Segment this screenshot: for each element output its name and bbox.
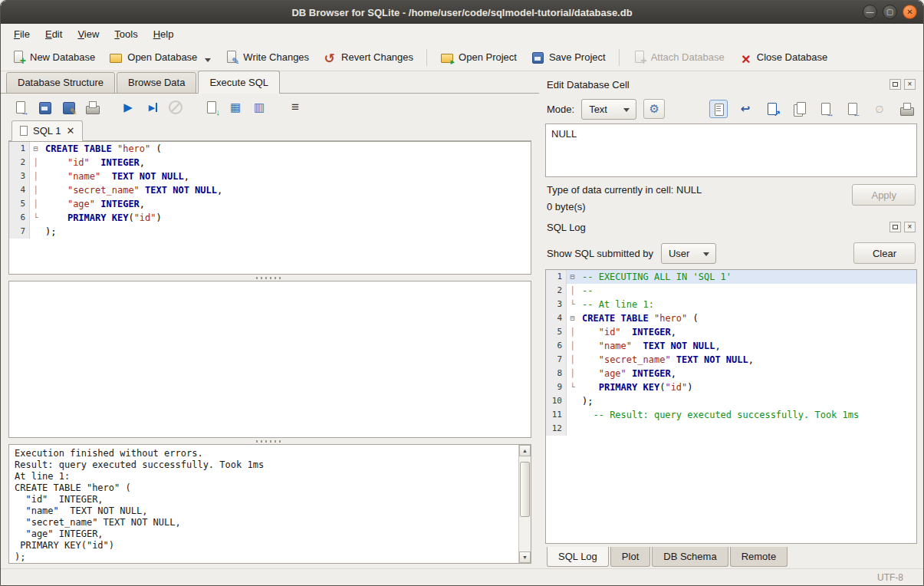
- menu-file[interactable]: File: [7, 25, 37, 43]
- close-database-button[interactable]: Close Database: [732, 47, 834, 67]
- line-number: 2: [546, 284, 567, 298]
- dock-tab-bar: SQL LogPlotDB SchemaRemote: [545, 547, 917, 568]
- print-icon[interactable]: [83, 98, 101, 117]
- dock-tab-remote[interactable]: Remote: [730, 547, 788, 567]
- float-panel-icon[interactable]: [889, 79, 901, 90]
- app-window: DB Browser for SQLite - /home/user/code/…: [0, 0, 924, 586]
- close-tab-icon[interactable]: ✕: [66, 126, 74, 136]
- window-title: DB Browser for SQLite - /home/user/code/…: [291, 7, 632, 18]
- save-sql-file-icon[interactable]: [35, 98, 54, 117]
- code-line: 9└ PRIMARY KEY("id"): [546, 380, 916, 394]
- export-data-icon[interactable]: [817, 100, 835, 118]
- revert-changes-label: Revert Changes: [341, 51, 413, 63]
- write-changes-button[interactable]: Write Changes: [219, 47, 315, 67]
- write-changes-label: Write Changes: [243, 51, 309, 63]
- close-database-label: Close Database: [757, 51, 828, 63]
- dock-tab-db-schema[interactable]: DB Schema: [652, 547, 728, 567]
- scroll-down-icon[interactable]: ▼: [519, 551, 531, 563]
- fold-marker-icon: ⊟: [567, 311, 578, 325]
- save-as-view-icon[interactable]: [226, 98, 245, 117]
- output-line: "age" INTEGER,: [15, 528, 513, 540]
- save-project-button[interactable]: Save Project: [524, 47, 612, 67]
- dropdown-caret-icon[interactable]: [205, 58, 211, 62]
- splitter-handle[interactable]: [8, 275, 531, 281]
- close-icon[interactable]: ✕: [903, 5, 917, 19]
- cell-editor[interactable]: NULL: [545, 123, 917, 177]
- code-line: 2│--: [546, 284, 916, 298]
- tab-browse-data[interactable]: Browse Data: [117, 72, 196, 94]
- menu-view[interactable]: View: [71, 25, 106, 43]
- code-line: 3│ "name" TEXT NOT NULL,: [9, 170, 531, 183]
- scrollbar-thumb[interactable]: [520, 462, 530, 517]
- save-sql-as-icon[interactable]: [59, 98, 77, 117]
- import-data-icon[interactable]: [843, 100, 862, 118]
- cell-type-info: Type of data currently in cell: NULL: [547, 184, 852, 196]
- output-line: CREATE TABLE "hero" (: [15, 482, 513, 494]
- code-line: 1⊟CREATE TABLE "hero" (: [9, 142, 531, 156]
- code-line: 11 -- Result: query executed successfull…: [546, 408, 916, 422]
- fold-marker-icon: ⊟: [567, 270, 578, 284]
- close-panel-icon[interactable]: ×: [904, 222, 916, 232]
- attach-database-button: Attach Database: [626, 47, 731, 67]
- output-line: "id" INTEGER,: [15, 494, 513, 505]
- tab-database-structure[interactable]: Database Structure: [6, 72, 115, 94]
- export-csv-icon[interactable]: [202, 98, 221, 117]
- code-line: 3└-- At line 1:: [546, 298, 916, 311]
- code-line: 5│ "id" INTEGER,: [546, 325, 916, 339]
- titlebar[interactable]: DB Browser for SQLite - /home/user/code/…: [1, 1, 923, 24]
- tab-execute-sql[interactable]: Execute SQL: [198, 71, 280, 94]
- execute-all-icon[interactable]: [119, 98, 137, 117]
- format-sql-icon[interactable]: [286, 98, 304, 117]
- apply-format-button[interactable]: [643, 99, 665, 119]
- revert-changes-button[interactable]: Revert Changes: [317, 47, 419, 67]
- open-database-button[interactable]: Open Database: [103, 47, 217, 67]
- open-sql-file-icon[interactable]: [12, 98, 30, 117]
- sql-editor[interactable]: 1⊟CREATE TABLE "hero" (2│ "id" INTEGER,3…: [8, 141, 531, 275]
- close-panel-icon[interactable]: ×: [904, 79, 916, 90]
- execute-line-icon[interactable]: [143, 98, 161, 117]
- attach-database-icon: [633, 51, 646, 64]
- sql-tab[interactable]: SQL 1 ✕: [12, 120, 83, 141]
- text-mode-icon[interactable]: [709, 100, 728, 118]
- menu-help[interactable]: Help: [146, 25, 181, 43]
- code-text: "name" TEXT NOT NULL,: [41, 170, 531, 183]
- print-icon[interactable]: [897, 100, 916, 118]
- open-project-button[interactable]: Open Project: [434, 47, 523, 67]
- status-bar: UTF-8: [1, 568, 923, 585]
- open-in-editor-icon[interactable]: [763, 100, 781, 118]
- output-line: "name" TEXT NOT NULL,: [15, 505, 513, 517]
- scrollbar-track[interactable]: [519, 456, 531, 551]
- browse-table-icon[interactable]: [250, 98, 268, 117]
- splitter-handle[interactable]: [8, 438, 531, 444]
- open-project-icon: [440, 51, 453, 64]
- dock-tab-plot[interactable]: Plot: [610, 547, 650, 567]
- menu-edit[interactable]: Edit: [38, 25, 69, 43]
- sql-editor-toolbar: [8, 96, 531, 119]
- submitter-select[interactable]: User: [661, 243, 716, 264]
- float-panel-icon[interactable]: [889, 222, 901, 232]
- output-line: Execution finished without errors.: [15, 448, 513, 459]
- minimize-icon[interactable]: —: [863, 5, 877, 19]
- results-grid[interactable]: [8, 281, 531, 438]
- fold-guide: └: [567, 298, 578, 311]
- line-number: 7: [9, 225, 30, 239]
- submitter-value: User: [669, 248, 689, 259]
- copy-icon[interactable]: [790, 100, 808, 118]
- menu-tools[interactable]: Tools: [107, 25, 144, 43]
- float-glyph: [893, 82, 898, 87]
- scroll-up-icon[interactable]: ▲: [519, 445, 531, 456]
- execution-output[interactable]: Execution finished without errors.Result…: [9, 445, 518, 563]
- fold-guide: │: [567, 325, 578, 339]
- dock-tab-sql-log[interactable]: SQL Log: [547, 547, 609, 567]
- maximize-icon[interactable]: ▢: [883, 5, 897, 19]
- revert-changes-icon: [323, 51, 336, 64]
- cell-value: NULL: [551, 128, 577, 140]
- mode-select[interactable]: Text: [581, 99, 636, 120]
- clear-button[interactable]: Clear: [853, 242, 916, 264]
- code-text: "secret_name" TEXT NOT NULL,: [578, 353, 916, 367]
- word-wrap-icon[interactable]: [736, 100, 755, 118]
- fold-guide: [567, 422, 578, 436]
- new-database-button[interactable]: New Database: [5, 47, 101, 67]
- sql-log-view[interactable]: 1⊟-- EXECUTING ALL IN 'SQL 1'2│--3└-- At…: [545, 269, 917, 544]
- vertical-scrollbar[interactable]: ▲ ▼: [518, 445, 531, 563]
